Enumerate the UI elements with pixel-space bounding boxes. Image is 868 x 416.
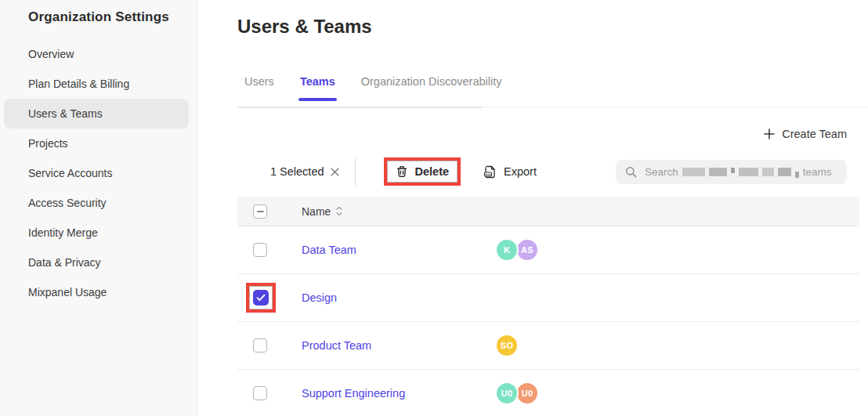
delete-button[interactable]: Delete (396, 165, 450, 178)
team-link-data-team[interactable]: Data Team (302, 244, 356, 256)
sidebar: Organization Settings Overview Plan Deta… (0, 0, 197, 416)
avatar: U0 (495, 382, 519, 405)
row-checkbox-support-engineering[interactable] (253, 386, 267, 400)
select-all-checkbox[interactable] (253, 204, 267, 219)
row-checkbox-design[interactable] (253, 290, 269, 306)
team-link-product-team[interactable]: Product Team (302, 339, 371, 352)
create-team-label: Create Team (782, 128, 847, 140)
sort-chevrons-icon[interactable] (336, 206, 342, 216)
avatar: AS (515, 238, 539, 262)
sidebar-title: Organization Settings (0, 0, 197, 25)
redacted-text (709, 168, 727, 176)
check-icon (256, 294, 266, 302)
annotation-box-design-checkbox (246, 283, 276, 313)
redacted-text (731, 168, 735, 173)
tab-organization-discoverability[interactable]: Organization Discoverability (360, 75, 504, 105)
redacted-text (778, 168, 791, 176)
tab-bar-divider-light (483, 107, 868, 107)
tab-bar-divider (237, 107, 483, 108)
tab-teams[interactable]: Teams (298, 75, 337, 105)
sidebar-item-projects[interactable]: Projects (0, 128, 197, 158)
main-content: Users & Teams Users Teams Organization D… (197, 0, 868, 416)
plus-icon (764, 128, 775, 139)
search-placeholder-prefix: Search (645, 166, 678, 178)
tab-users[interactable]: Users (243, 75, 276, 105)
avatar: SO (495, 334, 519, 357)
sidebar-item-access-security[interactable]: Access Security (0, 188, 197, 218)
sidebar-item-mixpanel-usage[interactable]: Mixpanel Usage (0, 277, 197, 307)
indeterminate-mark (257, 211, 264, 212)
organization-settings-screen: Organization Settings Overview Plan Deta… (0, 0, 868, 416)
avatar: K (495, 238, 519, 262)
table-row-product-team: Product Team SO (237, 322, 859, 370)
column-header-name[interactable]: Name (302, 205, 331, 218)
sidebar-item-users-teams[interactable]: Users & Teams (4, 99, 189, 128)
create-team-button[interactable]: Create Team (764, 128, 847, 140)
sidebar-item-overview[interactable]: Overview (0, 39, 197, 69)
annotation-box-delete: Delete (384, 157, 461, 186)
member-avatars: U0 U0 (495, 382, 539, 405)
selection-toolbar: 1 Selected Delete (270, 154, 537, 189)
selected-count: 1 Selected (270, 165, 324, 178)
team-link-design[interactable]: Design (302, 291, 337, 304)
redacted-text (762, 168, 774, 176)
sidebar-nav: Overview Plan Details & Billing Users & … (0, 39, 197, 307)
sidebar-item-service-accounts[interactable]: Service Accounts (0, 158, 197, 188)
delete-label: Delete (415, 165, 450, 178)
tab-bar: Users Teams Organization Discoverability (243, 75, 503, 105)
teams-table: Name Data Team K AS (237, 197, 859, 416)
sidebar-item-identity-merge[interactable]: Identity Merge (0, 218, 197, 248)
search-teams-input[interactable]: Search teams (616, 160, 847, 184)
page-title: Users & Teams (237, 16, 372, 38)
toolbar-divider (355, 157, 356, 186)
clear-selection-button[interactable] (331, 168, 339, 176)
table-header-row: Name (237, 197, 859, 226)
search-placeholder-suffix: teams (803, 166, 832, 178)
csv-file-icon: csv (483, 165, 497, 179)
export-label: Export (504, 165, 537, 178)
export-button[interactable]: csv Export (483, 165, 537, 179)
avatar: U0 (515, 382, 539, 405)
table-row-design: Design (237, 274, 859, 322)
magnifier-icon (625, 166, 637, 178)
redacted-text (795, 172, 799, 178)
search-placeholder: Search teams (645, 166, 832, 178)
trash-icon (396, 165, 408, 178)
row-checkbox-product-team[interactable] (253, 338, 267, 353)
member-avatars: SO (495, 334, 519, 357)
table-row-data-team: Data Team K AS (237, 226, 859, 274)
row-checkbox-data-team[interactable] (253, 243, 267, 257)
x-icon (331, 168, 339, 176)
svg-text:csv: csv (486, 172, 492, 176)
redacted-text (682, 168, 705, 176)
team-link-support-engineering[interactable]: Support Engineering (302, 387, 405, 400)
member-avatars: K AS (495, 238, 539, 262)
table-row-support-engineering: Support Engineering U0 U0 (237, 370, 859, 416)
sidebar-item-plan-details-billing[interactable]: Plan Details & Billing (0, 69, 197, 99)
sidebar-item-data-privacy[interactable]: Data & Privacy (0, 248, 197, 277)
redacted-text (739, 168, 758, 176)
